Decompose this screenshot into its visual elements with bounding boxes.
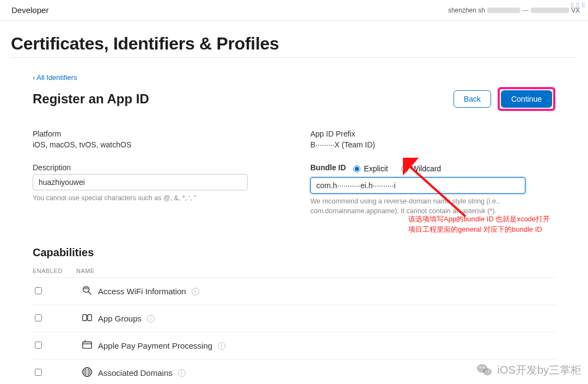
capability-checkbox[interactable]: [35, 314, 42, 321]
bundle-id-input[interactable]: [310, 177, 525, 194]
description-hint: You cannot use special characters such a…: [33, 194, 278, 203]
bundle-explicit-label: Explicit: [364, 164, 388, 173]
capabilities-header: ENABLED NAME: [33, 264, 555, 277]
capability-name: Access WiFi Information: [98, 287, 186, 296]
capability-checkbox[interactable]: [35, 342, 42, 349]
bundle-wildcard-radio-input[interactable]: [401, 165, 408, 172]
capability-row: Apple Pay Payment Processingi: [33, 332, 555, 359]
capability-name: App Groups: [98, 314, 142, 323]
capability-name: Associated Domains: [98, 368, 173, 377]
account-name: shenzhen sh: [448, 7, 485, 14]
page-title: Certificates, Identifiers & Profiles: [11, 34, 577, 54]
bundle-id-label: Bundle ID: [310, 163, 346, 172]
appid-prefix-value: B·········X (Team ID): [310, 140, 555, 149]
redacted-text: xx: [487, 8, 520, 13]
globe-icon: [81, 366, 93, 378]
svg-point-18: [479, 367, 480, 368]
annotation-text: 该选项填写App的bundle ID 也就是xcode打开 项目工程里面的gen…: [408, 214, 577, 235]
description-label: Description: [33, 163, 278, 172]
all-identifiers-link[interactable]: ‹ All Identifiers: [33, 73, 77, 82]
capabilities-title: Capabilities: [33, 246, 555, 259]
divider: [11, 57, 577, 58]
apple-pay-icon: [81, 339, 93, 351]
svg-line-1: [88, 292, 91, 294]
brand-label: Developer: [11, 5, 48, 15]
svg-point-6: [84, 340, 85, 342]
info-icon[interactable]: i: [147, 315, 155, 323]
svg-rect-2: [83, 315, 87, 321]
description-input[interactable]: [33, 174, 248, 190]
annotation-highlight: Continue: [498, 87, 555, 111]
platform-label: Platform: [33, 129, 278, 138]
capability-checkbox[interactable]: [35, 369, 42, 376]
wifi-search-icon: [81, 284, 93, 296]
capability-row: Access WiFi Informationi: [33, 277, 555, 305]
platform-value: iOS, macOS, tvOS, watchOS: [33, 140, 278, 149]
watermark: iOS开发by三掌柜: [476, 361, 581, 379]
svg-point-17: [483, 368, 492, 375]
info-icon[interactable]: i: [218, 342, 225, 350]
svg-rect-3: [88, 315, 91, 321]
cap-head-enabled: ENABLED: [33, 268, 76, 274]
bundle-explicit-radio-input[interactable]: [353, 165, 360, 172]
svg-point-21: [488, 370, 489, 371]
top-bar: Developer shenzhen sh xx — xx VX: [0, 0, 588, 21]
capability-name: Apple Pay Payment Processing: [98, 341, 212, 350]
info-icon[interactable]: i: [178, 369, 186, 377]
watermark-text: iOS开发by三掌柜: [498, 363, 581, 377]
bundle-explicit-radio[interactable]: Explicit: [353, 164, 388, 173]
svg-point-19: [483, 367, 484, 368]
continue-button[interactable]: Continue: [501, 90, 552, 108]
svg-rect-4: [83, 342, 92, 349]
window-controls-blur: ▯▯▯: [571, 1, 585, 8]
appid-prefix-label: App ID Prefix: [310, 129, 555, 138]
capability-row: App Groupsi: [33, 305, 555, 332]
svg-point-20: [485, 370, 486, 371]
bundle-wildcard-label: Wildcard: [412, 164, 441, 173]
info-icon[interactable]: i: [192, 288, 199, 295]
section-title: Register an App ID: [33, 91, 149, 107]
bundle-wildcard-radio[interactable]: Wildcard: [401, 164, 441, 173]
redacted-text: xx: [531, 8, 569, 13]
wechat-icon: [476, 361, 493, 379]
capability-checkbox[interactable]: [35, 287, 42, 294]
app-groups-icon: [81, 312, 93, 324]
annotation-line2: 项目工程里面的general 对应下的bundle ID: [408, 225, 577, 235]
bundle-id-hint: We recommend using a reverse-domain name…: [310, 197, 555, 216]
account-area[interactable]: shenzhen sh xx — xx VX: [448, 7, 580, 14]
cap-head-name: NAME: [76, 268, 95, 274]
annotation-line1: 该选项填写App的bundle ID 也就是xcode打开: [408, 214, 577, 225]
back-button[interactable]: Back: [454, 90, 491, 108]
